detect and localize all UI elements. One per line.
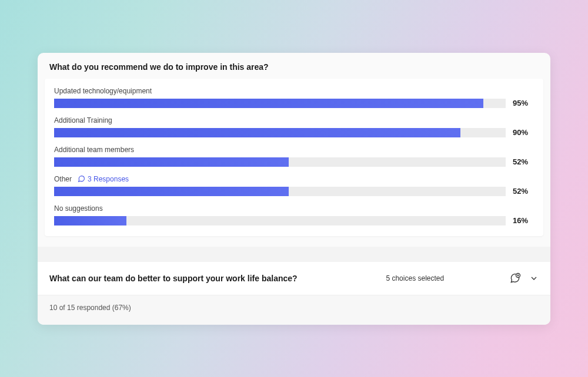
bar-track [54,216,506,225]
responses-link-text: 3 Responses [88,175,129,183]
chat-icon [78,175,85,183]
comment-plus-icon [509,272,521,284]
poll-results-card: What do you recommend we do to improve i… [38,53,550,325]
bar-pct: 52% [513,187,534,196]
bar-pct: 90% [513,128,534,137]
bar-label: Other [54,175,72,183]
bar-label: Additional team members [54,146,134,154]
question1-title: What do you recommend we do to improve i… [38,53,550,79]
bar-pct: 16% [513,216,534,225]
bar-fill [54,216,126,225]
expand-toggle[interactable] [529,274,539,283]
section-divider [38,247,550,262]
choices-selected-text: 5 choices selected [321,274,509,282]
bar-row: Updated technology/equipment 95% [54,87,534,108]
bar-label: No suggestions [54,204,103,213]
question2-actions [509,272,539,284]
chart-panel: Updated technology/equipment 95% Additio… [45,79,543,236]
bar-fill [54,157,289,167]
bar-track [54,187,506,196]
bar-row: No suggestions 16% [54,204,534,225]
bar-track [54,157,506,167]
question2-header[interactable]: What can our team do better to support y… [38,262,550,295]
bar-fill [54,99,483,108]
bar-label: Additional Training [54,116,112,124]
response-summary: 10 of 15 responded (67%) [38,295,550,325]
question2-title: What can our team do better to support y… [49,274,298,283]
add-comment-button[interactable] [509,272,521,284]
bar-track [54,128,506,137]
bar-row: Other 3 Responses 52% [54,175,534,196]
bar-row: Additional team members 52% [54,146,534,167]
bar-row: Additional Training 90% [54,116,534,137]
bar-label: Updated technology/equipment [54,87,152,95]
bar-pct: 52% [513,157,534,166]
responses-link[interactable]: 3 Responses [78,175,129,183]
responded-text: 10 of 15 responded (67%) [49,304,131,312]
chevron-down-icon [529,274,539,283]
bar-pct: 95% [513,99,534,107]
bar-fill [54,187,289,196]
bar-fill [54,128,460,137]
bar-track [54,99,506,108]
